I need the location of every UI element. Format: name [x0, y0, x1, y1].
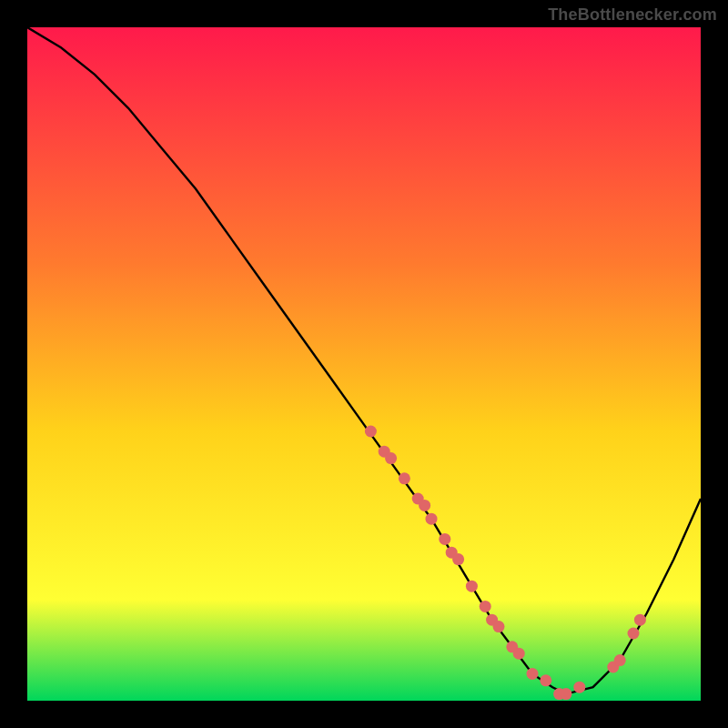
curve-dot [573, 682, 585, 693]
curve-dot [628, 628, 640, 640]
curve-dot [439, 533, 450, 545]
gradient-background [27, 27, 701, 701]
curve-dot [527, 668, 539, 680]
chart-plot-area [27, 27, 701, 701]
curve-dot [480, 601, 491, 612]
curve-dot [493, 621, 505, 632]
curve-dot [452, 553, 464, 565]
curve-dot [419, 500, 430, 511]
curve-dot [561, 688, 572, 700]
curve-dot [540, 674, 551, 686]
curve-dot [466, 581, 478, 592]
image-frame: TheBottlenecker.com [0, 0, 728, 728]
curve-dot [385, 452, 397, 464]
curve-dot [614, 654, 626, 666]
bottleneck-chart [27, 27, 701, 701]
curve-dot [634, 614, 646, 626]
curve-dot [426, 513, 438, 525]
watermark-text: TheBottlenecker.com [548, 5, 717, 25]
curve-dot [513, 648, 525, 660]
curve-dot [399, 472, 410, 484]
curve-dot [365, 426, 377, 438]
